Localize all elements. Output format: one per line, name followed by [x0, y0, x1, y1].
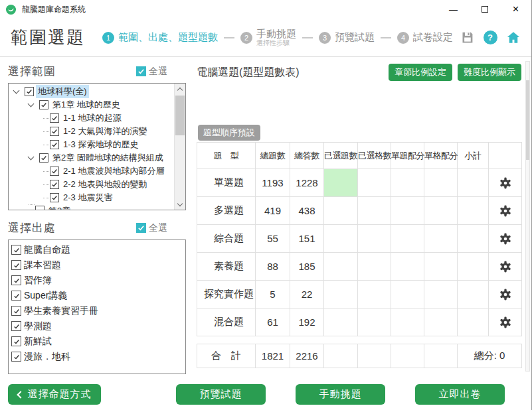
points-per-blank-cell[interactable] — [424, 225, 458, 253]
source-checkbox[interactable] — [11, 321, 21, 331]
back-to-method-button[interactable]: 選擇命題方式 — [8, 384, 101, 405]
generate-paper-button[interactable]: 立即出卷 — [415, 384, 505, 405]
scrollbar-thumb[interactable] — [526, 80, 529, 160]
points-per-blank-cell[interactable] — [424, 281, 458, 308]
chapter-ratio-button[interactable]: 章節比例設定 — [389, 64, 452, 81]
tree-item-chapter2[interactable]: 第2章 固體地球的結構與組成 — [9, 151, 173, 165]
tree-item-section[interactable]: 2-3 地震災害 — [9, 191, 173, 204]
minimize-button[interactable]: — — [438, 0, 469, 19]
points-per-blank-cell[interactable] — [424, 308, 458, 336]
selected-questions-cell[interactable] — [324, 225, 358, 253]
selected-blanks-cell[interactable] — [358, 253, 391, 281]
collapse-icon[interactable] — [28, 101, 35, 107]
tree-checkbox[interactable] — [50, 140, 59, 149]
source-item[interactable]: 課本習題 — [9, 257, 185, 273]
tree-item-section[interactable]: 1-2 大氣與海洋的演變 — [9, 125, 173, 138]
tree-scrollbar[interactable] — [174, 84, 185, 210]
page-scrollbar[interactable] — [525, 61, 530, 372]
tree-item-chapter3-clipped[interactable]: 第3章 — [9, 204, 173, 210]
scope-select-all[interactable]: 全選 — [136, 66, 167, 78]
selected-questions-cell[interactable] — [324, 253, 358, 281]
help-button[interactable]: ? — [483, 31, 497, 45]
tree-item-section[interactable]: 1-3 探索地球的歷史 — [9, 138, 173, 151]
tree-checkbox[interactable] — [50, 180, 59, 189]
source-checkbox[interactable] — [11, 336, 21, 346]
points-per-blank-cell[interactable] — [424, 169, 458, 197]
tree-item-section[interactable]: 1-1 地球的起源 — [9, 111, 173, 125]
tree-checkbox[interactable] — [35, 206, 44, 210]
source-checkbox[interactable] — [11, 352, 21, 362]
points-per-question-cell[interactable] — [391, 225, 424, 253]
points-per-blank-cell[interactable] — [424, 253, 458, 281]
row-settings-button[interactable] — [489, 308, 522, 336]
question-type-table: 題 型 總題數 總答數 已選題數 已選格數 單題配分 單格配分 小計 單選題 1… — [197, 142, 522, 336]
source-item[interactable]: 龍騰自命題 — [9, 242, 185, 257]
difficulty-ratio-button[interactable]: 難度比例顯示 — [458, 64, 521, 81]
step-4-paper-settings[interactable]: 4 試卷設定 — [397, 31, 453, 44]
tree-checkbox[interactable] — [25, 87, 34, 96]
selected-questions-cell[interactable] — [324, 281, 358, 308]
tree-checkbox[interactable] — [50, 127, 59, 136]
home-icon — [506, 30, 521, 45]
subtotal-cell — [458, 308, 489, 336]
collapse-icon[interactable] — [13, 88, 20, 94]
selected-blanks-cell[interactable] — [358, 169, 391, 197]
row-settings-button[interactable] — [489, 197, 522, 225]
row-settings-button[interactable] — [489, 169, 522, 197]
tree-item-section[interactable]: 2-1 地震波與地球內部分層 — [9, 165, 173, 178]
source-checkbox[interactable] — [11, 245, 21, 255]
save-icon — [460, 31, 474, 44]
source-select-all-checkbox[interactable] — [136, 223, 146, 233]
tree-checkbox[interactable] — [39, 153, 48, 163]
points-per-question-cell[interactable] — [391, 197, 424, 225]
selected-blanks-cell[interactable] — [358, 225, 391, 253]
source-checkbox[interactable] — [11, 260, 21, 270]
source-checkbox[interactable] — [11, 275, 21, 285]
source-checkbox[interactable] — [11, 291, 21, 301]
points-per-question-cell[interactable] — [391, 253, 424, 281]
points-per-blank-cell[interactable] — [424, 197, 458, 225]
row-settings-button[interactable] — [489, 253, 522, 281]
scroll-up-icon[interactable] — [175, 84, 185, 94]
selected-blanks-cell[interactable] — [358, 308, 391, 336]
points-per-question-cell[interactable] — [391, 281, 424, 308]
points-per-question-cell[interactable] — [391, 169, 424, 197]
subtotal-cell — [458, 197, 489, 225]
selected-blanks-cell[interactable] — [358, 281, 391, 308]
selected-questions-cell[interactable] — [324, 169, 358, 197]
scroll-down-icon[interactable] — [175, 199, 185, 210]
source-item[interactable]: Super講義 — [9, 288, 185, 303]
tree-checkbox[interactable] — [50, 193, 59, 202]
source-item[interactable]: 學測題 — [9, 318, 185, 334]
collapse-icon[interactable] — [28, 154, 35, 161]
source-item[interactable]: 新鮮試 — [9, 334, 185, 349]
home-button[interactable] — [506, 31, 521, 45]
source-item[interactable]: 漫旅．地科 — [9, 349, 185, 364]
selected-blanks-cell[interactable] — [358, 197, 391, 225]
source-item[interactable]: 習作簿 — [9, 273, 185, 288]
source-select-all[interactable]: 全選 — [136, 222, 167, 234]
maximize-button[interactable] — [469, 0, 500, 19]
selected-questions-cell[interactable] — [324, 197, 358, 225]
row-settings-button[interactable] — [489, 281, 522, 308]
tree-checkbox[interactable] — [50, 113, 59, 123]
step-1-scope[interactable]: 1 範圍、出處、題型題數 — [102, 31, 218, 44]
tree-item-subject[interactable]: 地球科學(全) — [9, 85, 173, 98]
step-3-preview[interactable]: 3 預覽試題 — [319, 31, 375, 44]
points-per-question-cell[interactable] — [391, 308, 424, 336]
row-settings-button[interactable] — [489, 225, 522, 253]
tree-checkbox[interactable] — [50, 167, 59, 176]
tree-item-section[interactable]: 2-2 地表與地殼的變動 — [9, 178, 173, 191]
close-button[interactable]: × — [500, 0, 531, 19]
scope-select-all-checkbox[interactable] — [136, 66, 146, 76]
source-checkbox[interactable] — [11, 306, 21, 316]
manual-pick-button[interactable]: 手動挑題 — [296, 384, 385, 405]
source-item[interactable]: 學生素養實習手冊 — [9, 303, 185, 318]
preview-questions-button[interactable]: 預覽試題 — [176, 384, 266, 405]
save-button[interactable] — [460, 31, 474, 45]
step-2-manual-pick[interactable]: 2 手動挑題 選擇性步驟 — [240, 29, 296, 47]
selected-questions-cell[interactable] — [324, 308, 358, 336]
scrollbar-thumb[interactable] — [175, 96, 185, 135]
tree-item-chapter1[interactable]: 第1章 地球的歷史 — [9, 98, 173, 111]
tree-checkbox[interactable] — [39, 100, 48, 109]
